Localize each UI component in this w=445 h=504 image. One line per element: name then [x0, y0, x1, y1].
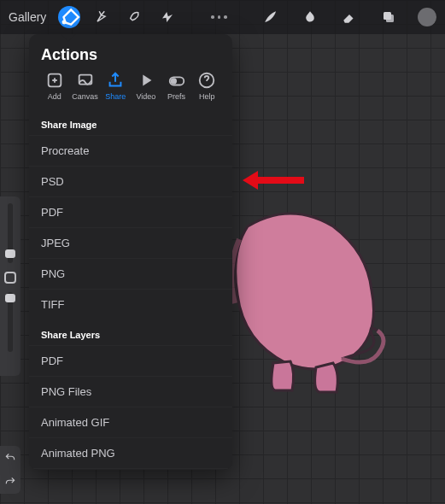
- share-item-procreate[interactable]: Procreate: [29, 135, 232, 166]
- panel-title: Actions: [29, 34, 232, 71]
- section-share-layers: Share Layers: [29, 319, 232, 345]
- undo-icon[interactable]: [4, 452, 16, 464]
- actions-button[interactable]: [58, 6, 80, 28]
- add-icon: [45, 71, 64, 90]
- share-item-tiff[interactable]: TIFF: [29, 289, 232, 319]
- share-layers-pdf[interactable]: PDF: [29, 345, 232, 376]
- brush-size-slider[interactable]: [8, 203, 13, 263]
- annotation-arrow: [243, 171, 304, 190]
- share-item-jpeg[interactable]: JPEG: [29, 227, 232, 258]
- share-layers-gif[interactable]: Animated GIF: [29, 407, 232, 437]
- canvas-artwork: [222, 192, 393, 414]
- tab-video[interactable]: Video: [131, 71, 161, 101]
- smudge-button[interactable]: [300, 7, 320, 27]
- brush-button[interactable]: [261, 7, 281, 27]
- redo-icon[interactable]: [4, 476, 16, 488]
- share-layers-png-files[interactable]: PNG Files: [29, 376, 232, 407]
- tab-canvas[interactable]: Canvas: [70, 71, 101, 101]
- opacity-slider[interactable]: [8, 292, 13, 352]
- svg-point-6: [171, 79, 176, 84]
- modify-button[interactable]: [4, 272, 16, 284]
- share-icon: [106, 71, 125, 90]
- share-item-psd[interactable]: PSD: [29, 166, 232, 196]
- tab-help[interactable]: Help: [191, 71, 222, 101]
- tab-label: Help: [199, 92, 215, 101]
- tab-label: Canvas: [72, 92, 98, 101]
- color-button[interactable]: [418, 8, 436, 26]
- sidebar: [0, 196, 20, 376]
- tab-label: Video: [136, 92, 155, 101]
- tab-prefs[interactable]: Prefs: [161, 71, 192, 101]
- section-share-image: Share Image: [29, 109, 232, 135]
- svg-rect-2: [386, 15, 394, 22]
- tab-add[interactable]: Add: [39, 71, 70, 101]
- tab-label: Share: [105, 92, 126, 101]
- adjustments-button[interactable]: [92, 7, 113, 27]
- tab-label: Add: [48, 92, 61, 101]
- gallery-button[interactable]: Gallery: [9, 10, 46, 24]
- svg-point-0: [63, 21, 66, 24]
- share-item-png[interactable]: PNG: [29, 258, 232, 289]
- actions-tabs: Add Canvas Share Video Prefs Help: [29, 71, 232, 109]
- share-item-pdf[interactable]: PDF: [29, 196, 232, 227]
- canvas-icon: [76, 71, 95, 90]
- share-layers-apng[interactable]: Animated PNG: [29, 437, 232, 468]
- modify-menu-button[interactable]: [211, 15, 227, 19]
- layers-button[interactable]: [378, 7, 399, 27]
- selection-button[interactable]: [125, 7, 145, 27]
- tab-share[interactable]: Share: [100, 71, 131, 101]
- prefs-icon: [167, 71, 186, 90]
- share-layers-mp4[interactable]: Animated MP4: [29, 468, 232, 470]
- actions-panel: Actions Add Canvas Share Video Prefs Hel…: [29, 34, 232, 470]
- help-icon: [197, 71, 216, 90]
- video-icon: [137, 71, 155, 90]
- eraser-button[interactable]: [339, 7, 360, 27]
- topbar: Gallery: [0, 0, 445, 34]
- transform-button[interactable]: [157, 7, 178, 27]
- undo-redo-bar: [0, 446, 20, 494]
- tab-label: Prefs: [167, 92, 185, 101]
